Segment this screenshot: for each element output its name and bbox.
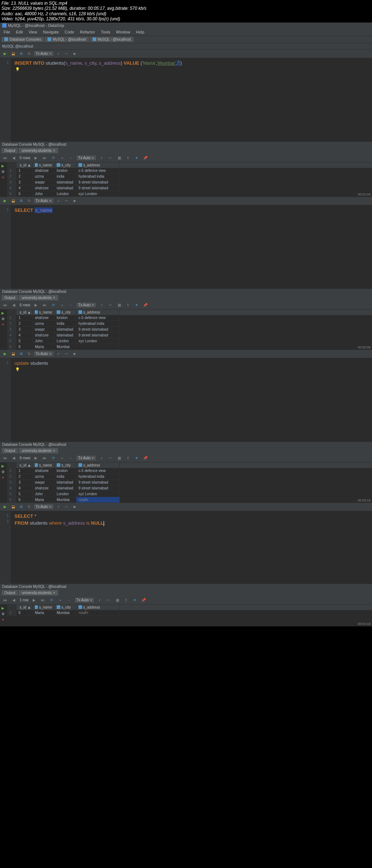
side-gear-icon[interactable]: ⚙ (1, 170, 6, 174)
result-tx-dropdown[interactable]: Tx Auto ▼ (77, 303, 96, 307)
settings-button[interactable]: ⚙ (18, 351, 24, 357)
menu-refactor[interactable]: Refactor (78, 29, 97, 35)
cell-name[interactable]: uzma (33, 174, 54, 179)
code-area[interactable]: SELECT * FROM students where s_address i… (11, 511, 372, 584)
tx-mode-dropdown[interactable]: Tx Auto ▼ (34, 351, 53, 356)
cell-name[interactable]: Maria (33, 497, 54, 503)
cell-address[interactable]: xyz London (76, 191, 120, 197)
side-gear-icon[interactable]: ⚙ (1, 317, 6, 321)
cell-id[interactable]: 5 (16, 491, 33, 497)
delete-row-button[interactable]: － (68, 455, 74, 461)
result-tx-dropdown[interactable]: Tx Auto ▼ (75, 598, 94, 602)
table-row[interactable]: 55JohnLondonxyz London (7, 191, 372, 197)
cell-address[interactable]: 9 street islamabad (76, 327, 120, 332)
cell-name[interactable]: shahzee (33, 315, 54, 321)
menu-tools[interactable]: Tools (99, 29, 113, 35)
intention-bulb-icon[interactable]: 💡 (15, 66, 368, 72)
cell-city[interactable]: india (54, 321, 76, 327)
cell-city[interactable]: london (54, 315, 76, 321)
cell-name[interactable]: uzma (33, 474, 54, 480)
stop-button[interactable]: ■ (72, 198, 77, 204)
cell-name[interactable]: Maria (33, 344, 54, 350)
cell-id[interactable]: 1 (16, 468, 33, 474)
console-tab-output[interactable]: Output (1, 448, 18, 453)
cell-city[interactable]: London (54, 191, 76, 197)
table-row[interactable]: 11shahzeelondonc-5 defence view (7, 315, 372, 321)
ddl-button[interactable]: ✦ (134, 302, 140, 308)
cell-address[interactable]: hyderabad india (76, 174, 120, 179)
cell-name[interactable]: waqar (33, 480, 54, 485)
pin-button[interactable]: 📌 (141, 597, 146, 603)
next-page-button[interactable]: ▶ (31, 597, 37, 603)
cell-name[interactable]: shahzee (33, 485, 54, 491)
col-city-header[interactable]: s_city (54, 605, 76, 610)
last-page-button[interactable]: ⏭ (42, 302, 48, 308)
add-row-button[interactable]: ＋ (57, 597, 63, 603)
cell-address[interactable]: 9 street islamabad (76, 480, 120, 485)
rollback-button[interactable]: ⤺ (64, 198, 69, 204)
cell-address[interactable] (76, 344, 120, 350)
cell-city[interactable]: Mumbai (54, 344, 76, 350)
cell-city[interactable]: Mumbai (54, 610, 76, 616)
side-close-icon[interactable]: ✕ (1, 476, 6, 480)
reload-button[interactable]: ⟳ (50, 155, 56, 161)
first-page-button[interactable]: ⏮ (2, 155, 8, 161)
tx-mode-dropdown[interactable]: Tx Auto ▼ (34, 198, 53, 203)
cell-city[interactable]: india (54, 474, 76, 480)
cell-id[interactable]: 3 (16, 179, 33, 185)
cell-name[interactable]: shahzee (33, 332, 54, 338)
cell-name[interactable]: waqar (33, 179, 54, 185)
export-button[interactable]: ⇪ (125, 455, 131, 461)
cell-id[interactable]: 2 (16, 174, 33, 179)
tab-mysql-localhost-2[interactable]: MySQL - @localhost (90, 37, 134, 42)
cell-city[interactable]: islamabad (54, 332, 76, 338)
col-city-header[interactable]: s_city (54, 463, 76, 468)
prev-page-button[interactable]: ◀ (11, 455, 17, 461)
cell-city[interactable]: islamabad (54, 179, 76, 185)
cell-city[interactable]: islamabad (54, 327, 76, 332)
col-num-header[interactable] (7, 463, 16, 468)
revert-button[interactable]: ⤺ (108, 302, 113, 308)
explain-button[interactable]: ⬓ (10, 351, 16, 357)
menu-view[interactable]: View (27, 29, 40, 35)
cell-name[interactable]: John (33, 491, 54, 497)
console-tab-output[interactable]: Output (1, 590, 18, 596)
cell-address[interactable]: 9 street islamabad (76, 179, 120, 185)
cell-name[interactable]: shahzee (33, 168, 54, 174)
cell-address[interactable]: hyderabad india (76, 321, 120, 327)
side-run-icon[interactable]: ▶ (1, 164, 6, 168)
side-close-icon[interactable]: ✕ (1, 323, 6, 327)
cell-id[interactable]: 6 (16, 497, 33, 503)
add-row-button[interactable]: ＋ (59, 455, 65, 461)
table-row[interactable]: 16MariaMumbai<null> (7, 610, 372, 616)
submit-button[interactable]: ✓ (99, 455, 105, 461)
prev-page-button[interactable]: ◀ (11, 597, 17, 603)
explain-button[interactable]: ⬓ (10, 504, 16, 510)
pin-button[interactable]: 📌 (142, 155, 148, 161)
cell-id[interactable]: 1 (16, 168, 33, 174)
tx-mode-dropdown[interactable]: Tx Auto ▼ (34, 51, 53, 56)
sql-editor[interactable]: 1 update students 💡 (0, 358, 372, 442)
result-tx-dropdown[interactable]: Tx Auto ▼ (77, 456, 96, 460)
history-button[interactable]: ↻ (26, 51, 32, 57)
col-id-header[interactable]: s_id ▲ (16, 605, 33, 610)
run-button[interactable]: ▶ (2, 51, 8, 57)
console-tab-output[interactable]: Output (1, 295, 18, 300)
cell-city[interactable]: London (54, 491, 76, 497)
ddl-button[interactable]: ✦ (134, 455, 140, 461)
console-tab-result[interactable]: university.students × (19, 295, 58, 300)
cell-name[interactable]: John (33, 191, 54, 197)
rollback-button[interactable]: ⤺ (64, 51, 69, 57)
explain-button[interactable]: ⬓ (10, 51, 16, 57)
cell-address[interactable]: <null> (76, 497, 120, 503)
col-name-header[interactable]: s_name (33, 463, 54, 468)
cell-address[interactable]: <null> (76, 610, 120, 616)
side-run-icon[interactable]: ▶ (1, 464, 6, 468)
cell-id[interactable]: 4 (16, 332, 33, 338)
commit-button[interactable]: ✓ (56, 51, 61, 57)
revert-button[interactable]: ⤺ (106, 597, 112, 603)
stop-button[interactable]: ■ (72, 51, 77, 57)
settings-button[interactable]: ⚙ (18, 198, 24, 204)
history-button[interactable]: ↻ (26, 351, 32, 357)
col-name-header[interactable]: s_name (33, 310, 54, 315)
